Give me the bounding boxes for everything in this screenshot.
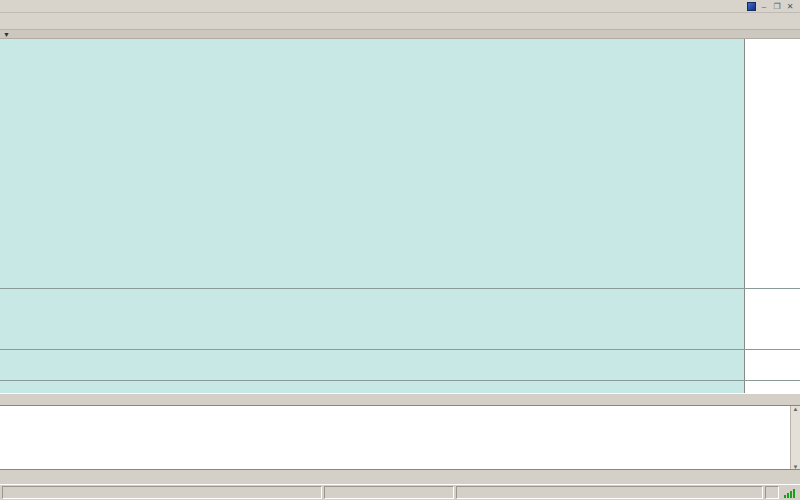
status-profile-text xyxy=(324,486,454,499)
status-help-text xyxy=(2,486,322,499)
menu-bar: – ❐ ✕ xyxy=(0,0,800,13)
trade-orders-panel: ▲▼ xyxy=(0,405,800,469)
metatrader-window: { "menu": { "items": ["File","View","Ins… xyxy=(0,0,800,500)
time-axis xyxy=(0,381,744,393)
status-bar xyxy=(0,484,800,500)
toolbar xyxy=(0,13,800,30)
chart-caption-bar: ▼ xyxy=(0,30,800,39)
close-icon[interactable]: ✕ xyxy=(785,2,795,11)
status-traffic-text xyxy=(765,486,779,499)
chevron-down-icon[interactable]: ▼ xyxy=(3,31,10,38)
panel-separator[interactable] xyxy=(0,380,800,381)
orders-scrollbar[interactable]: ▲▼ xyxy=(790,406,800,470)
chart-tab-bar xyxy=(0,393,800,405)
price-axis xyxy=(744,39,800,393)
connection-bars-icon xyxy=(781,488,798,498)
chart-area[interactable] xyxy=(0,39,800,393)
window-corner: – ❐ ✕ xyxy=(747,2,798,11)
minimize-icon[interactable]: – xyxy=(759,2,769,11)
restore-icon[interactable]: ❐ xyxy=(772,2,782,11)
panel-separator[interactable] xyxy=(0,288,800,289)
scroll-up-icon[interactable]: ▲ xyxy=(793,406,799,412)
terminal-tab-bar xyxy=(0,469,800,484)
panel-separator[interactable] xyxy=(0,349,800,350)
chart-window-icon[interactable] xyxy=(747,2,756,11)
chart-lines-layer xyxy=(0,39,744,393)
